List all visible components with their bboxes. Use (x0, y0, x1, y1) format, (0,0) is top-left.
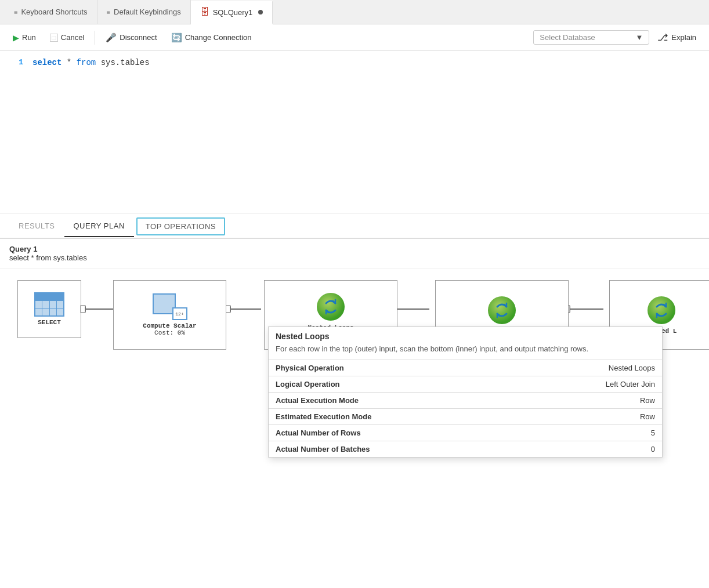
explain-label: Explain (671, 33, 696, 42)
tooltip-table: Physical Operation Nested Loops Logical … (269, 360, 662, 457)
tooltip-row-actual-batches: Actual Number of Batches 0 (269, 441, 662, 457)
menu-icon: ≡ (14, 9, 17, 16)
tab-results[interactable]: RESULTS (9, 216, 64, 236)
tooltip-value-actual-batches: 0 (518, 441, 662, 457)
run-label: Run (22, 33, 36, 42)
tab-label-2: Default Keybindings (114, 8, 181, 16)
svg-point-14 (647, 296, 675, 324)
tooltip-label-estimated-mode: Estimated Execution Mode (269, 408, 518, 424)
svg-marker-1 (81, 306, 86, 312)
line-numbers: 1 (0, 56, 28, 208)
keyword-from: from (77, 58, 96, 67)
compute-scalar-cost: Cost: 0% (154, 329, 185, 336)
cancel-icon: □ (50, 34, 58, 42)
tooltip-value-logical: Left Outer Join (518, 376, 662, 392)
query-text: select * from sys.tables (9, 253, 700, 262)
code-table: sys.tables (96, 58, 149, 67)
tooltip-value-actual-rows: 5 (518, 424, 662, 441)
explain-icon: ⎇ (657, 32, 668, 43)
disconnect-label: Disconnect (120, 33, 157, 42)
change-connection-icon: 🔄 (171, 32, 182, 43)
line-number-1: 1 (5, 58, 23, 67)
tab-default-keybindings[interactable]: ≡ Default Keybindings (97, 0, 191, 24)
tab-label: Keyboard Shortcuts (21, 8, 87, 16)
tooltip-row-actual-mode: Actual Execution Mode Row (269, 392, 662, 408)
keyword-select: select (32, 58, 62, 67)
query-number: Query 1 (9, 245, 700, 253)
tooltip-title: Nested Loops (269, 327, 662, 343)
tooltip-label-actual-mode: Actual Execution Mode (269, 392, 518, 408)
dropdown-arrow-icon: ▼ (635, 33, 643, 42)
code-editor[interactable]: select * from sys.tables (28, 56, 709, 208)
compute-scalar-node[interactable]: 12+ Compute Scalar Cost: 0% (113, 280, 226, 350)
compute-scalar-icon: 12+ (153, 293, 187, 320)
change-connection-label: Change Connection (185, 33, 252, 42)
tooltip-value-physical: Nested Loops (518, 360, 662, 376)
run-button[interactable]: ▶ Run (7, 30, 42, 45)
svg-point-13 (488, 296, 516, 324)
cancel-button[interactable]: □ Cancel (44, 30, 90, 45)
db-icon: 🗄 (200, 7, 209, 17)
disconnect-button[interactable]: 🎤 Disconnect (100, 30, 162, 46)
cancel-label: Cancel (61, 33, 84, 42)
plan-canvas: SELECT 12+ Compute Scalar Cost: 0% (0, 268, 709, 558)
explain-button[interactable]: ⎇ Explain (652, 29, 702, 46)
tooltip-label-actual-batches: Actual Number of Batches (269, 441, 518, 457)
tooltip-value-actual-mode: Row (518, 392, 662, 408)
svg-marker-4 (226, 306, 231, 312)
tooltip-row-logical: Logical Operation Left Outer Join (269, 376, 662, 392)
nested-loops-1-icon (316, 292, 346, 322)
unsaved-indicator (258, 10, 263, 14)
tooltip-row-physical: Physical Operation Nested Loops (269, 360, 662, 376)
nested-loops-3-icon (646, 295, 677, 325)
tab-query-plan[interactable]: QUERY PLAN (64, 216, 134, 237)
svg-point-12 (317, 293, 345, 321)
bottom-tab-bar: RESULTS QUERY PLAN TOP OPERATIONS (0, 213, 709, 239)
code-star: * (62, 58, 76, 67)
tooltip-value-estimated-mode: Row (518, 408, 662, 424)
select-node[interactable]: SELECT (17, 280, 81, 338)
separator-1 (95, 31, 95, 45)
select-database-label: Select Database (540, 33, 595, 42)
svg-rect-2 (81, 306, 85, 313)
svg-rect-5 (226, 306, 230, 313)
tab-sqlquery1[interactable]: 🗄 SQLQuery1 (191, 1, 273, 24)
run-icon: ▶ (13, 33, 19, 42)
tooltip-label-logical: Logical Operation (269, 376, 518, 392)
select-icon (34, 292, 64, 317)
select-node-label: SELECT (38, 319, 61, 326)
tab-label-3: SQLQuery1 (213, 8, 253, 17)
tooltip-label-physical: Physical Operation (269, 360, 518, 376)
tooltip-row-estimated-mode: Estimated Execution Mode Row (269, 408, 662, 424)
nested-loops-2-icon (487, 295, 517, 325)
tooltip-label-actual-rows: Actual Number of Rows (269, 424, 518, 441)
change-connection-button[interactable]: 🔄 Change Connection (165, 30, 258, 46)
tooltip-description: For each row in the top (outer) input, s… (269, 343, 662, 360)
disconnect-icon: 🎤 (106, 32, 117, 43)
tab-top-operations[interactable]: TOP OPERATIONS (136, 217, 225, 235)
tab-bar: ≡ Keyboard Shortcuts ≡ Default Keybindin… (0, 0, 709, 24)
tooltip-row-actual-rows: Actual Number of Rows 5 (269, 424, 662, 441)
select-database-dropdown[interactable]: Select Database ▼ (533, 30, 649, 45)
tab-keyboard-shortcuts[interactable]: ≡ Keyboard Shortcuts (5, 0, 97, 24)
toolbar: ▶ Run □ Cancel 🎤 Disconnect 🔄 Change Con… (0, 24, 709, 51)
tooltip-popup: Nested Loops For each row in the top (ou… (268, 326, 663, 458)
compute-scalar-label: Compute Scalar (143, 322, 196, 329)
editor-area[interactable]: 1 select * from sys.tables (0, 51, 709, 213)
query-info: Query 1 select * from sys.tables (0, 239, 709, 268)
menu-icon-2: ≡ (107, 9, 110, 16)
